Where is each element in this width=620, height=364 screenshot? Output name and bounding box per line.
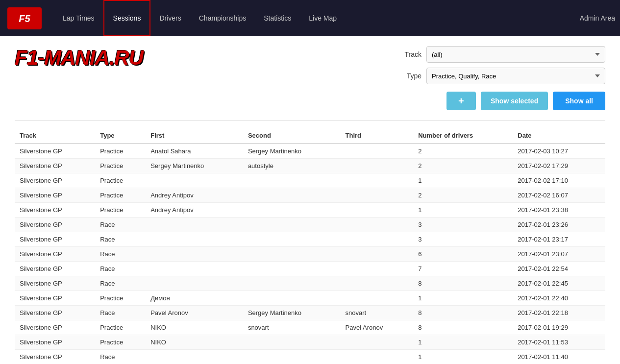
cell-first: [146, 247, 243, 262]
cell-third: [341, 144, 414, 159]
table-header: TrackTypeFirstSecondThirdNumber of drive…: [15, 128, 605, 144]
show-all-button[interactable]: Show all: [553, 92, 605, 110]
type-filter-row: Type Practice, Qualify, RacePracticeQual…: [399, 68, 605, 84]
cell-first: [146, 276, 243, 291]
cell-number-of-drivers: 2: [413, 144, 513, 159]
cell-second: [243, 276, 341, 291]
cell-second: Sergey Martinenko: [243, 306, 341, 320]
table-row[interactable]: Silverstone GPRace12017-02-01 11:40: [15, 350, 605, 364]
col-date: Date: [513, 128, 605, 144]
navbar-link-live-map[interactable]: Live Map: [300, 0, 346, 36]
navbar-logo: F5: [5, 6, 44, 30]
cell-number-of-drivers: 1: [413, 335, 513, 350]
table-row[interactable]: Silverstone GPPractice12017-02-02 17:10: [15, 173, 605, 188]
logo-banner: F1-MANIA.RU: [15, 46, 143, 70]
cell-track: Silverstone GP: [15, 232, 95, 247]
navbar-link-sessions[interactable]: Sessions: [103, 0, 151, 36]
cell-first: Andrey Antipov: [146, 203, 243, 218]
table-row[interactable]: Silverstone GPPracticeNIKOsnovartPavel A…: [15, 320, 605, 335]
cell-type: Practice: [95, 335, 146, 350]
cell-third: [341, 203, 414, 218]
cell-second: [243, 188, 341, 203]
table-row[interactable]: Silverstone GPRace32017-02-01 23:17: [15, 232, 605, 247]
cell-track: Silverstone GP: [15, 173, 95, 188]
cell-date: 2017-02-01 23:17: [513, 232, 605, 247]
cell-third: [341, 350, 414, 364]
cell-track: Silverstone GP: [15, 262, 95, 276]
table-header-row: TrackTypeFirstSecondThirdNumber of drive…: [15, 128, 605, 144]
cell-first: [146, 232, 243, 247]
cell-type: Race: [95, 232, 146, 247]
table-row[interactable]: Silverstone GPPracticeAndrey Antipov1201…: [15, 203, 605, 218]
navbar-link-statistics[interactable]: Statistics: [255, 0, 300, 36]
cell-number-of-drivers: 3: [413, 232, 513, 247]
table-row[interactable]: Silverstone GPPracticeAnatol SaharaSerge…: [15, 144, 605, 159]
cell-first: [146, 173, 243, 188]
cell-track: Silverstone GP: [15, 291, 95, 306]
cell-track: Silverstone GP: [15, 350, 95, 364]
cell-second: [243, 203, 341, 218]
show-selected-button[interactable]: Show selected: [481, 92, 548, 110]
cell-date: 2017-02-01 11:40: [513, 350, 605, 364]
cell-track: Silverstone GP: [15, 203, 95, 218]
svg-text:F5: F5: [19, 13, 30, 24]
type-select[interactable]: Practice, Qualify, RacePracticeQualifyRa…: [426, 68, 605, 84]
cell-first: NIKO: [146, 335, 243, 350]
track-label: Track: [399, 50, 422, 58]
cell-date: 2017-02-01 19:29: [513, 320, 605, 335]
cell-first: [146, 350, 243, 364]
table-row[interactable]: Silverstone GPRace72017-02-01 22:54: [15, 262, 605, 276]
cell-track: Silverstone GP: [15, 159, 95, 173]
col-track: Track: [15, 128, 95, 144]
navbar-link-drivers[interactable]: Drivers: [150, 0, 190, 36]
main-content: F1-MANIA.RU Track (all)Silverstone GPMon…: [0, 36, 620, 364]
cell-date: 2017-02-01 23:26: [513, 218, 605, 232]
cell-type: Practice: [95, 203, 146, 218]
cell-third: [341, 159, 414, 173]
table-row[interactable]: Silverstone GPRace82017-02-01 22:45: [15, 276, 605, 291]
cell-second: [243, 291, 341, 306]
cell-date: 2017-02-01 22:40: [513, 291, 605, 306]
cell-track: Silverstone GP: [15, 320, 95, 335]
table-row[interactable]: Silverstone GPPracticeNIKO12017-02-01 11…: [15, 335, 605, 350]
navbar-link-lap-times[interactable]: Lap Times: [54, 0, 103, 36]
track-select[interactable]: (all)Silverstone GPMonaco GPMonza GP: [426, 46, 605, 63]
brand-icon: F5: [7, 7, 42, 29]
col-first: First: [146, 128, 243, 144]
cell-first: Anatol Sahara: [146, 144, 243, 159]
cell-number-of-drivers: 1: [413, 350, 513, 364]
cell-date: 2017-02-01 22:45: [513, 276, 605, 291]
table-row[interactable]: Silverstone GPPracticeSergey Martinenkoa…: [15, 159, 605, 173]
table-row[interactable]: Silverstone GPPracticeAndrey Antipov2201…: [15, 188, 605, 203]
cell-track: Silverstone GP: [15, 218, 95, 232]
cell-first: Димон: [146, 291, 243, 306]
cell-date: 2017-02-02 16:07: [513, 188, 605, 203]
cell-second: Sergey Martinenko: [243, 144, 341, 159]
table-row[interactable]: Silverstone GPRace32017-02-01 23:26: [15, 218, 605, 232]
admin-area-link[interactable]: Admin Area: [580, 14, 615, 22]
cell-third: [341, 188, 414, 203]
sessions-table: TrackTypeFirstSecondThirdNumber of drive…: [15, 128, 605, 364]
cell-type: Race: [95, 306, 146, 320]
cell-date: 2017-02-01 22:54: [513, 262, 605, 276]
cell-type: Practice: [95, 144, 146, 159]
col-type: Type: [95, 128, 146, 144]
cell-number-of-drivers: 1: [413, 203, 513, 218]
cell-second: [243, 335, 341, 350]
cell-type: Practice: [95, 291, 146, 306]
cell-third: [341, 218, 414, 232]
cell-date: 2017-02-02 17:29: [513, 159, 605, 173]
cell-type: Race: [95, 276, 146, 291]
add-button[interactable]: +: [446, 92, 476, 110]
cell-third: Pavel Aronov: [341, 320, 414, 335]
col-second: Second: [243, 128, 341, 144]
cell-second: [243, 247, 341, 262]
table-row[interactable]: Silverstone GPPracticeДимон12017-02-01 2…: [15, 291, 605, 306]
cell-number-of-drivers: 2: [413, 188, 513, 203]
table-row[interactable]: Silverstone GPRace62017-02-01 23:07: [15, 247, 605, 262]
cell-third: [341, 232, 414, 247]
navbar-links: Lap TimesSessionsDriversChampionshipsSta…: [54, 0, 346, 36]
cell-type: Race: [95, 247, 146, 262]
table-row[interactable]: Silverstone GPRacePavel AronovSergey Mar…: [15, 306, 605, 320]
navbar-link-championships[interactable]: Championships: [190, 0, 255, 36]
